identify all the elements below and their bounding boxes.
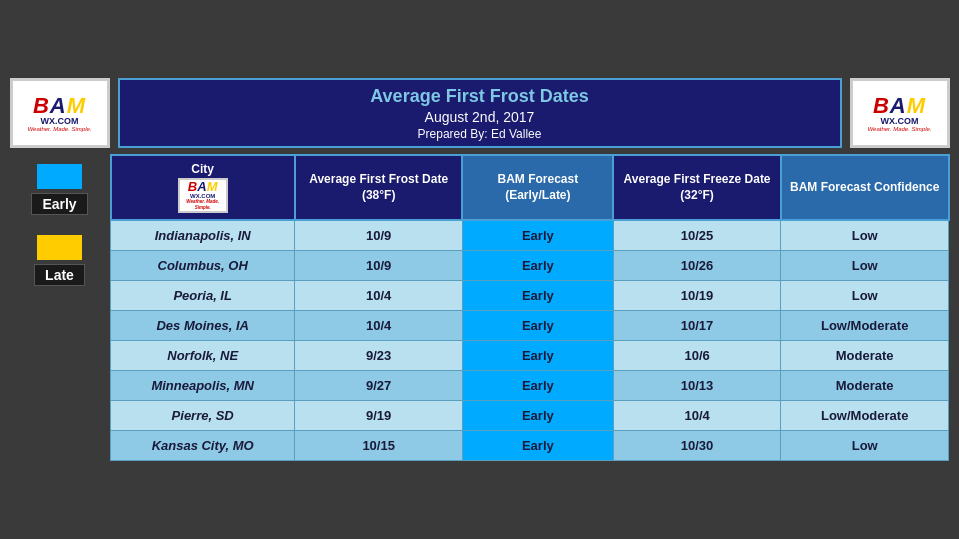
cell-bam-forecast: Early xyxy=(462,400,613,430)
right-logo-tagline: Weather. Made. Simple. xyxy=(867,126,931,132)
title-prep: Prepared By: Ed Vallee xyxy=(130,127,830,141)
cell-freeze-date: 10/13 xyxy=(613,370,781,400)
cell-freeze-date: 10/6 xyxy=(613,340,781,370)
table-row: Minneapolis, MN 9/27 Early 10/13 Moderat… xyxy=(111,370,949,400)
cell-frost-date: 9/27 xyxy=(295,370,463,400)
cell-city: Columbus, OH xyxy=(111,250,295,280)
cell-confidence: Low xyxy=(781,220,949,251)
logo-tagline: Weather. Made. Simple. xyxy=(27,126,91,132)
late-label: Late xyxy=(34,264,85,286)
main-container: BAM WX.COM Weather. Made. Simple. Averag… xyxy=(10,78,950,461)
table-row: Kansas City, MO 10/15 Early 10/30 Low xyxy=(111,430,949,460)
data-table-wrapper: City BAM WX.COM Weather. Made. Simple. xyxy=(110,154,950,461)
col-city: City BAM WX.COM Weather. Made. Simple. xyxy=(111,155,295,220)
cell-city: Minneapolis, MN xyxy=(111,370,295,400)
col-freeze-date: Average First Freeze Date (32°F) xyxy=(613,155,781,220)
title-main: Average First Frost Dates xyxy=(130,86,830,107)
cell-freeze-date: 10/30 xyxy=(613,430,781,460)
legend-late: Late xyxy=(34,235,85,286)
col-bam-forecast: BAM Forecast (Early/Late) xyxy=(462,155,613,220)
cell-frost-date: 10/9 xyxy=(295,250,463,280)
cell-confidence: Low xyxy=(781,280,949,310)
late-swatch xyxy=(37,235,82,260)
cell-city: Peoria, IL xyxy=(111,280,295,310)
legend-early: Early xyxy=(31,164,87,215)
bam-logo-in-header: BAM WX.COM Weather. Made. Simple. xyxy=(178,178,228,213)
table-row: Peoria, IL 10/4 Early 10/19 Low xyxy=(111,280,949,310)
cell-city: Pierre, SD xyxy=(111,400,295,430)
early-label: Early xyxy=(31,193,87,215)
content-row: Early Late City xyxy=(10,154,950,461)
cell-confidence: Low xyxy=(781,430,949,460)
cell-confidence: Moderate xyxy=(781,370,949,400)
cell-confidence: Low/Moderate xyxy=(781,400,949,430)
cell-frost-date: 9/19 xyxy=(295,400,463,430)
header-title: Average First Frost Dates August 2nd, 20… xyxy=(118,78,842,148)
city-header-label: City xyxy=(191,162,214,178)
cell-freeze-date: 10/26 xyxy=(613,250,781,280)
table-row: Norfolk, NE 9/23 Early 10/6 Moderate xyxy=(111,340,949,370)
cell-bam-forecast: Early xyxy=(462,220,613,251)
cell-freeze-date: 10/17 xyxy=(613,310,781,340)
cell-freeze-date: 10/19 xyxy=(613,280,781,310)
cell-bam-forecast: Early xyxy=(462,370,613,400)
cell-city: Des Moines, IA xyxy=(111,310,295,340)
right-logo: BAM WX.COM Weather. Made. Simple. xyxy=(850,78,950,148)
col-confidence: BAM Forecast Confidence xyxy=(781,155,949,220)
early-swatch xyxy=(37,164,82,189)
right-logo-wx: WX.COM xyxy=(867,117,931,126)
table-row: Indianapolis, IN 10/9 Early 10/25 Low xyxy=(111,220,949,251)
logo-wx: WX.COM xyxy=(27,117,91,126)
cell-frost-date: 10/15 xyxy=(295,430,463,460)
table-body: Indianapolis, IN 10/9 Early 10/25 Low Co… xyxy=(111,220,949,461)
cell-freeze-date: 10/25 xyxy=(613,220,781,251)
header-row: BAM WX.COM Weather. Made. Simple. Averag… xyxy=(10,78,950,148)
table-header-row: City BAM WX.COM Weather. Made. Simple. xyxy=(111,155,949,220)
title-date: August 2nd, 2017 xyxy=(130,109,830,125)
table-row: Des Moines, IA 10/4 Early 10/17 Low/Mode… xyxy=(111,310,949,340)
cell-frost-date: 9/23 xyxy=(295,340,463,370)
cell-confidence: Low xyxy=(781,250,949,280)
cell-confidence: Low/Moderate xyxy=(781,310,949,340)
cell-city: Indianapolis, IN xyxy=(111,220,295,251)
cell-city: Norfolk, NE xyxy=(111,340,295,370)
cell-frost-date: 10/4 xyxy=(295,280,463,310)
cell-city: Kansas City, MO xyxy=(111,430,295,460)
cell-bam-forecast: Early xyxy=(462,280,613,310)
col-frost-date: Average First Frost Date (38°F) xyxy=(295,155,463,220)
right-logo-bam-text: BAM xyxy=(867,95,931,117)
cell-bam-forecast: Early xyxy=(462,250,613,280)
logo-bam-text: BAM xyxy=(27,95,91,117)
cell-freeze-date: 10/4 xyxy=(613,400,781,430)
cell-bam-forecast: Early xyxy=(462,430,613,460)
table-row: Columbus, OH 10/9 Early 10/26 Low xyxy=(111,250,949,280)
left-logo: BAM WX.COM Weather. Made. Simple. xyxy=(10,78,110,148)
cell-bam-forecast: Early xyxy=(462,310,613,340)
cell-frost-date: 10/9 xyxy=(295,220,463,251)
cell-frost-date: 10/4 xyxy=(295,310,463,340)
data-table: City BAM WX.COM Weather. Made. Simple. xyxy=(110,154,950,461)
table-row: Pierre, SD 9/19 Early 10/4 Low/Moderate xyxy=(111,400,949,430)
cell-confidence: Moderate xyxy=(781,340,949,370)
legend-column: Early Late xyxy=(10,154,110,306)
cell-bam-forecast: Early xyxy=(462,340,613,370)
